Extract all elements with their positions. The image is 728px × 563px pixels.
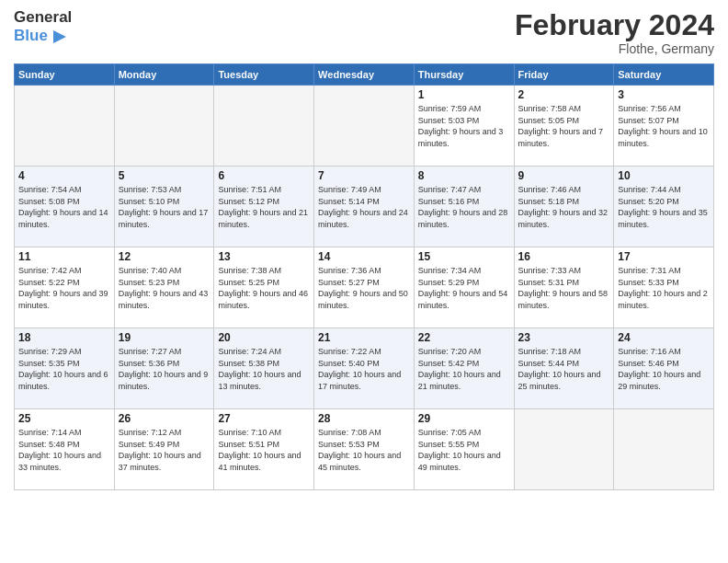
day-info: Sunrise: 7:18 AMSunset: 5:44 PMDaylight:… xyxy=(518,346,610,392)
day-info: Sunrise: 7:40 AMSunset: 5:23 PMDaylight:… xyxy=(119,265,210,311)
calendar-cell: 24Sunrise: 7:16 AMSunset: 5:46 PMDayligh… xyxy=(614,328,714,409)
day-info: Sunrise: 7:46 AMSunset: 5:18 PMDaylight:… xyxy=(518,184,610,230)
logo-general: General xyxy=(14,9,72,27)
calendar-cell: 20Sunrise: 7:24 AMSunset: 5:38 PMDayligh… xyxy=(214,328,314,409)
day-number: 8 xyxy=(418,169,510,182)
day-number: 17 xyxy=(618,250,710,263)
calendar-cell: 23Sunrise: 7:18 AMSunset: 5:44 PMDayligh… xyxy=(514,328,614,409)
day-number: 7 xyxy=(318,169,410,182)
day-number: 5 xyxy=(119,169,210,182)
calendar-cell xyxy=(514,409,614,490)
calendar-cell xyxy=(614,409,714,490)
col-sunday: Sunday xyxy=(15,64,115,86)
calendar-cell: 29Sunrise: 7:05 AMSunset: 5:55 PMDayligh… xyxy=(414,409,514,490)
calendar-cell: 3Sunrise: 7:56 AMSunset: 5:07 PMDaylight… xyxy=(614,86,714,167)
day-info: Sunrise: 7:05 AMSunset: 5:55 PMDaylight:… xyxy=(418,427,510,473)
calendar-cell: 17Sunrise: 7:31 AMSunset: 5:33 PMDayligh… xyxy=(614,247,714,328)
day-info: Sunrise: 7:22 AMSunset: 5:40 PMDaylight:… xyxy=(318,346,410,392)
day-info: Sunrise: 7:53 AMSunset: 5:10 PMDaylight:… xyxy=(119,184,210,230)
day-info: Sunrise: 7:56 AMSunset: 5:07 PMDaylight:… xyxy=(618,103,710,149)
day-info: Sunrise: 7:24 AMSunset: 5:38 PMDaylight:… xyxy=(218,346,310,392)
day-info: Sunrise: 7:59 AMSunset: 5:03 PMDaylight:… xyxy=(418,103,510,149)
calendar-cell: 8Sunrise: 7:47 AMSunset: 5:16 PMDaylight… xyxy=(414,167,514,247)
calendar-week-row: 4Sunrise: 7:54 AMSunset: 5:08 PMDaylight… xyxy=(15,167,714,247)
calendar-cell: 27Sunrise: 7:10 AMSunset: 5:51 PMDayligh… xyxy=(214,409,314,490)
calendar-cell: 6Sunrise: 7:51 AMSunset: 5:12 PMDaylight… xyxy=(214,167,314,247)
day-info: Sunrise: 7:16 AMSunset: 5:46 PMDaylight:… xyxy=(618,346,710,392)
day-info: Sunrise: 7:08 AMSunset: 5:53 PMDaylight:… xyxy=(318,427,410,473)
col-wednesday: Wednesday xyxy=(314,64,415,86)
day-number: 24 xyxy=(618,331,710,344)
day-info: Sunrise: 7:10 AMSunset: 5:51 PMDaylight:… xyxy=(218,427,310,473)
col-saturday: Saturday xyxy=(614,64,714,86)
day-info: Sunrise: 7:27 AMSunset: 5:36 PMDaylight:… xyxy=(119,346,210,392)
day-number: 18 xyxy=(18,331,110,344)
calendar-cell xyxy=(314,86,415,167)
day-number: 21 xyxy=(318,331,410,344)
day-number: 3 xyxy=(618,88,710,101)
calendar-cell: 18Sunrise: 7:29 AMSunset: 5:35 PMDayligh… xyxy=(15,328,115,409)
day-number: 12 xyxy=(119,250,210,263)
day-number: 22 xyxy=(418,331,510,344)
day-info: Sunrise: 7:20 AMSunset: 5:42 PMDaylight:… xyxy=(418,346,510,392)
col-friday: Friday xyxy=(514,64,614,86)
day-number: 15 xyxy=(418,250,510,263)
header: General Blue February 2024 Flothe, Germa… xyxy=(14,9,714,56)
day-number: 27 xyxy=(218,412,310,425)
calendar-cell xyxy=(214,86,314,167)
col-tuesday: Tuesday xyxy=(214,64,314,86)
calendar-cell: 11Sunrise: 7:42 AMSunset: 5:22 PMDayligh… xyxy=(15,247,115,328)
day-number: 4 xyxy=(18,169,110,182)
day-number: 11 xyxy=(18,250,110,263)
calendar-week-row: 1Sunrise: 7:59 AMSunset: 5:03 PMDaylight… xyxy=(15,86,714,167)
day-number: 9 xyxy=(518,169,610,182)
calendar-cell: 19Sunrise: 7:27 AMSunset: 5:36 PMDayligh… xyxy=(114,328,214,409)
calendar-cell: 9Sunrise: 7:46 AMSunset: 5:18 PMDaylight… xyxy=(514,167,614,247)
calendar-cell: 4Sunrise: 7:54 AMSunset: 5:08 PMDaylight… xyxy=(15,167,115,247)
col-thursday: Thursday xyxy=(414,64,514,86)
day-number: 28 xyxy=(318,412,410,425)
logo-icon xyxy=(50,27,70,47)
day-info: Sunrise: 7:54 AMSunset: 5:08 PMDaylight:… xyxy=(18,184,110,230)
calendar-cell xyxy=(114,86,214,167)
day-number: 1 xyxy=(418,88,510,101)
day-number: 6 xyxy=(218,169,310,182)
day-info: Sunrise: 7:51 AMSunset: 5:12 PMDaylight:… xyxy=(218,184,310,230)
calendar-cell: 21Sunrise: 7:22 AMSunset: 5:40 PMDayligh… xyxy=(314,328,415,409)
svg-marker-0 xyxy=(53,30,66,43)
calendar-cell: 25Sunrise: 7:14 AMSunset: 5:48 PMDayligh… xyxy=(15,409,115,490)
calendar-cell: 5Sunrise: 7:53 AMSunset: 5:10 PMDaylight… xyxy=(114,167,214,247)
calendar-cell: 16Sunrise: 7:33 AMSunset: 5:31 PMDayligh… xyxy=(514,247,614,328)
calendar-cell: 10Sunrise: 7:44 AMSunset: 5:20 PMDayligh… xyxy=(614,167,714,247)
calendar-week-row: 18Sunrise: 7:29 AMSunset: 5:35 PMDayligh… xyxy=(15,328,714,409)
day-info: Sunrise: 7:38 AMSunset: 5:25 PMDaylight:… xyxy=(218,265,310,311)
calendar-cell xyxy=(15,86,115,167)
day-number: 23 xyxy=(518,331,610,344)
location-subtitle: Flothe, Germany xyxy=(515,41,714,56)
month-title: February 2024 xyxy=(515,9,714,41)
main-container: General Blue February 2024 Flothe, Germa… xyxy=(0,0,728,495)
calendar-cell: 15Sunrise: 7:34 AMSunset: 5:29 PMDayligh… xyxy=(414,247,514,328)
title-group: February 2024 Flothe, Germany xyxy=(515,9,714,56)
logo-blue: Blue xyxy=(14,28,48,45)
day-info: Sunrise: 7:34 AMSunset: 5:29 PMDaylight:… xyxy=(418,265,510,311)
day-number: 13 xyxy=(218,250,310,263)
calendar-week-row: 25Sunrise: 7:14 AMSunset: 5:48 PMDayligh… xyxy=(15,409,714,490)
day-info: Sunrise: 7:47 AMSunset: 5:16 PMDaylight:… xyxy=(418,184,510,230)
day-info: Sunrise: 7:12 AMSunset: 5:49 PMDaylight:… xyxy=(119,427,210,473)
day-info: Sunrise: 7:36 AMSunset: 5:27 PMDaylight:… xyxy=(318,265,410,311)
day-number: 10 xyxy=(618,169,710,182)
day-info: Sunrise: 7:29 AMSunset: 5:35 PMDaylight:… xyxy=(18,346,110,392)
calendar-cell: 26Sunrise: 7:12 AMSunset: 5:49 PMDayligh… xyxy=(114,409,214,490)
day-info: Sunrise: 7:14 AMSunset: 5:48 PMDaylight:… xyxy=(18,427,110,473)
calendar-cell: 12Sunrise: 7:40 AMSunset: 5:23 PMDayligh… xyxy=(114,247,214,328)
day-number: 25 xyxy=(18,412,110,425)
day-info: Sunrise: 7:42 AMSunset: 5:22 PMDaylight:… xyxy=(18,265,110,311)
calendar-cell: 13Sunrise: 7:38 AMSunset: 5:25 PMDayligh… xyxy=(214,247,314,328)
calendar-cell: 2Sunrise: 7:58 AMSunset: 5:05 PMDaylight… xyxy=(514,86,614,167)
calendar-table: Sunday Monday Tuesday Wednesday Thursday… xyxy=(14,63,714,490)
calendar-cell: 22Sunrise: 7:20 AMSunset: 5:42 PMDayligh… xyxy=(414,328,514,409)
day-info: Sunrise: 7:44 AMSunset: 5:20 PMDaylight:… xyxy=(618,184,710,230)
day-info: Sunrise: 7:33 AMSunset: 5:31 PMDaylight:… xyxy=(518,265,610,311)
day-number: 29 xyxy=(418,412,510,425)
